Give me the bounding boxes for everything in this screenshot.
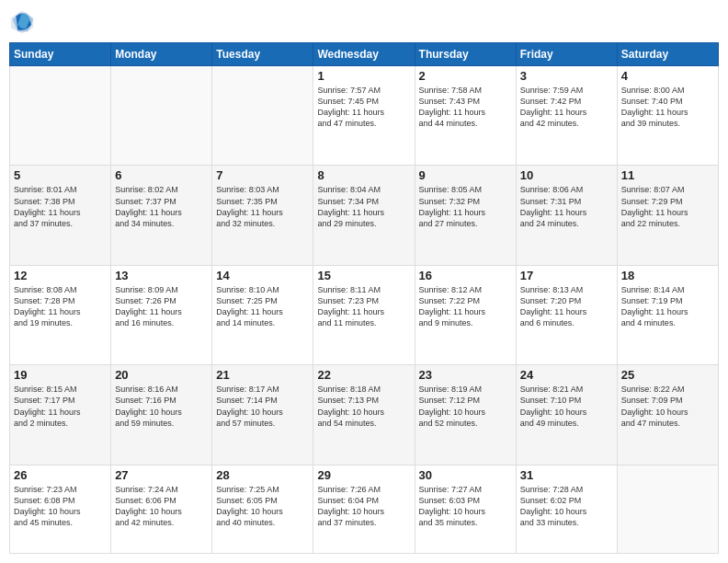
day-number: 12 [14, 269, 107, 282]
day-number: 26 [14, 468, 107, 482]
day-info: Sunrise: 7:23 AMSunset: 6:08 PMDaylight:… [14, 484, 107, 529]
page: SundayMondayTuesdayWednesdayThursdayFrid… [0, 0, 728, 563]
logo-icon [9, 9, 35, 35]
day-info: Sunrise: 8:14 AMSunset: 7:19 PMDaylight:… [621, 284, 714, 329]
calendar-cell: 13Sunrise: 8:09 AMSunset: 7:26 PMDayligh… [111, 265, 212, 364]
day-number: 16 [419, 269, 512, 282]
day-number: 4 [621, 69, 714, 83]
calendar-cell: 10Sunrise: 8:06 AMSunset: 7:31 PMDayligh… [516, 166, 617, 265]
weekday-header: Saturday [617, 43, 718, 66]
day-info: Sunrise: 8:19 AMSunset: 7:12 PMDaylight:… [419, 384, 512, 429]
calendar-cell: 7Sunrise: 8:03 AMSunset: 7:35 PMDaylight… [212, 166, 313, 265]
day-number: 15 [317, 269, 410, 282]
day-number: 1 [317, 69, 410, 83]
calendar-cell: 18Sunrise: 8:14 AMSunset: 7:19 PMDayligh… [617, 265, 718, 364]
day-number: 3 [520, 69, 613, 83]
calendar-cell: 3Sunrise: 7:59 AMSunset: 7:42 PMDaylight… [516, 66, 617, 166]
day-number: 13 [115, 269, 208, 282]
day-info: Sunrise: 8:09 AMSunset: 7:26 PMDaylight:… [115, 284, 208, 329]
calendar-week-row: 26Sunrise: 7:23 AMSunset: 6:08 PMDayligh… [10, 465, 719, 553]
day-number: 18 [621, 269, 714, 282]
day-number: 30 [419, 468, 512, 482]
day-info: Sunrise: 8:01 AMSunset: 7:38 PMDaylight:… [14, 184, 107, 229]
calendar-cell [10, 66, 111, 166]
day-info: Sunrise: 8:00 AMSunset: 7:40 PMDaylight:… [621, 85, 714, 130]
calendar-cell: 20Sunrise: 8:16 AMSunset: 7:16 PMDayligh… [111, 365, 212, 465]
header [9, 9, 719, 35]
day-info: Sunrise: 8:06 AMSunset: 7:31 PMDaylight:… [520, 184, 613, 229]
calendar-cell: 12Sunrise: 8:08 AMSunset: 7:28 PMDayligh… [10, 265, 111, 364]
calendar-cell: 24Sunrise: 8:21 AMSunset: 7:10 PMDayligh… [516, 365, 617, 465]
weekday-header: Monday [111, 43, 212, 66]
day-number: 17 [520, 269, 613, 282]
calendar-cell: 22Sunrise: 8:18 AMSunset: 7:13 PMDayligh… [313, 365, 415, 465]
day-info: Sunrise: 8:08 AMSunset: 7:28 PMDaylight:… [14, 284, 107, 329]
logo [9, 9, 39, 35]
day-info: Sunrise: 8:07 AMSunset: 7:29 PMDaylight:… [621, 184, 714, 229]
day-info: Sunrise: 8:05 AMSunset: 7:32 PMDaylight:… [419, 184, 512, 229]
day-number: 10 [520, 168, 613, 182]
day-number: 21 [216, 368, 309, 382]
day-number: 14 [216, 269, 309, 282]
calendar-cell: 26Sunrise: 7:23 AMSunset: 6:08 PMDayligh… [10, 465, 111, 553]
calendar-cell: 1Sunrise: 7:57 AMSunset: 7:45 PMDaylight… [313, 66, 415, 166]
calendar-cell: 5Sunrise: 8:01 AMSunset: 7:38 PMDaylight… [10, 166, 111, 265]
calendar-cell: 11Sunrise: 8:07 AMSunset: 7:29 PMDayligh… [617, 166, 718, 265]
day-info: Sunrise: 7:59 AMSunset: 7:42 PMDaylight:… [520, 85, 613, 130]
day-info: Sunrise: 8:04 AMSunset: 7:34 PMDaylight:… [317, 184, 410, 229]
day-number: 24 [520, 368, 613, 382]
day-number: 20 [115, 368, 208, 382]
calendar-cell: 4Sunrise: 8:00 AMSunset: 7:40 PMDaylight… [617, 66, 718, 166]
calendar-cell: 8Sunrise: 8:04 AMSunset: 7:34 PMDaylight… [313, 166, 415, 265]
calendar-cell: 23Sunrise: 8:19 AMSunset: 7:12 PMDayligh… [415, 365, 516, 465]
calendar-cell [617, 465, 718, 553]
day-info: Sunrise: 8:03 AMSunset: 7:35 PMDaylight:… [216, 184, 309, 229]
calendar-cell: 15Sunrise: 8:11 AMSunset: 7:23 PMDayligh… [313, 265, 415, 364]
calendar-cell: 14Sunrise: 8:10 AMSunset: 7:25 PMDayligh… [212, 265, 313, 364]
day-info: Sunrise: 8:13 AMSunset: 7:20 PMDaylight:… [520, 284, 613, 329]
calendar-cell: 21Sunrise: 8:17 AMSunset: 7:14 PMDayligh… [212, 365, 313, 465]
day-info: Sunrise: 8:16 AMSunset: 7:16 PMDaylight:… [115, 384, 208, 429]
calendar-cell: 29Sunrise: 7:26 AMSunset: 6:04 PMDayligh… [313, 465, 415, 553]
day-info: Sunrise: 8:10 AMSunset: 7:25 PMDaylight:… [216, 284, 309, 329]
calendar-table: SundayMondayTuesdayWednesdayThursdayFrid… [9, 42, 719, 554]
day-info: Sunrise: 8:17 AMSunset: 7:14 PMDaylight:… [216, 384, 309, 429]
weekday-header: Tuesday [212, 43, 313, 66]
weekday-header: Thursday [415, 43, 516, 66]
calendar-week-row: 5Sunrise: 8:01 AMSunset: 7:38 PMDaylight… [10, 166, 719, 265]
calendar-cell [111, 66, 212, 166]
calendar-header-row: SundayMondayTuesdayWednesdayThursdayFrid… [10, 43, 719, 66]
calendar-cell: 25Sunrise: 8:22 AMSunset: 7:09 PMDayligh… [617, 365, 718, 465]
day-number: 29 [317, 468, 410, 482]
day-info: Sunrise: 7:58 AMSunset: 7:43 PMDaylight:… [419, 85, 512, 130]
day-info: Sunrise: 7:27 AMSunset: 6:03 PMDaylight:… [419, 484, 512, 529]
calendar-cell: 9Sunrise: 8:05 AMSunset: 7:32 PMDaylight… [415, 166, 516, 265]
day-number: 2 [419, 69, 512, 83]
weekday-header: Friday [516, 43, 617, 66]
calendar-cell [212, 66, 313, 166]
day-number: 22 [317, 368, 410, 382]
day-info: Sunrise: 7:26 AMSunset: 6:04 PMDaylight:… [317, 484, 410, 529]
day-number: 27 [115, 468, 208, 482]
day-number: 23 [419, 368, 512, 382]
day-number: 8 [317, 168, 410, 182]
day-number: 11 [621, 168, 714, 182]
day-number: 25 [621, 368, 714, 382]
day-info: Sunrise: 7:24 AMSunset: 6:06 PMDaylight:… [115, 484, 208, 529]
weekday-header: Sunday [10, 43, 111, 66]
calendar-week-row: 1Sunrise: 7:57 AMSunset: 7:45 PMDaylight… [10, 66, 719, 166]
day-info: Sunrise: 7:57 AMSunset: 7:45 PMDaylight:… [317, 85, 410, 130]
day-number: 5 [14, 168, 107, 182]
day-number: 31 [520, 468, 613, 482]
day-info: Sunrise: 8:22 AMSunset: 7:09 PMDaylight:… [621, 384, 714, 429]
day-number: 7 [216, 168, 309, 182]
weekday-header: Wednesday [313, 43, 415, 66]
calendar-week-row: 19Sunrise: 8:15 AMSunset: 7:17 PMDayligh… [10, 365, 719, 465]
calendar-cell: 27Sunrise: 7:24 AMSunset: 6:06 PMDayligh… [111, 465, 212, 553]
calendar-cell: 19Sunrise: 8:15 AMSunset: 7:17 PMDayligh… [10, 365, 111, 465]
day-number: 19 [14, 368, 107, 382]
calendar-cell: 17Sunrise: 8:13 AMSunset: 7:20 PMDayligh… [516, 265, 617, 364]
day-info: Sunrise: 7:25 AMSunset: 6:05 PMDaylight:… [216, 484, 309, 529]
day-info: Sunrise: 8:11 AMSunset: 7:23 PMDaylight:… [317, 284, 410, 329]
day-number: 6 [115, 168, 208, 182]
